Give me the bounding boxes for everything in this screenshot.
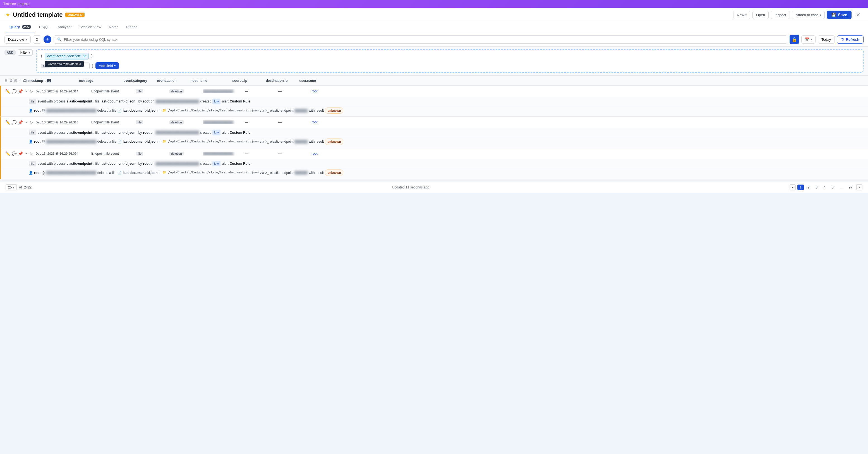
filter-chip-event-action[interactable]: event.action: "deletion" ✕ Convert to te…: [45, 53, 89, 59]
toolbar: Data view ▾ ⚙ + 🔍 🔒 📅 ▾ Today ↻ Refresh: [0, 32, 868, 47]
next-page-button[interactable]: ›: [856, 184, 862, 190]
col-header-message[interactable]: message: [79, 79, 124, 83]
lock-icon: 🔒: [792, 37, 797, 42]
add-field-chevron-icon: ▾: [114, 64, 116, 67]
sort-icon[interactable]: ↑: [19, 79, 21, 83]
close-paren-2: ): [92, 63, 93, 68]
add-field-button[interactable]: Add field ▾: [95, 62, 119, 69]
filter-chip-close-icon[interactable]: ✕: [83, 54, 86, 58]
row-actions-1: ✏️ 💬 📌 ⋯ ▷: [5, 89, 33, 94]
event-row-main-1: ✏️ 💬 📌 ⋯ ▷ Dec 13, 2023 @ 16:29:26.314 E…: [1, 86, 868, 97]
table-body: ✏️ 💬 📌 ⋯ ▷ Dec 13, 2023 @ 16:29:26.314 E…: [0, 86, 868, 179]
save-button[interactable]: 💾 Save: [827, 10, 851, 19]
new-chevron-icon: ▾: [745, 13, 747, 17]
pin-icon[interactable]: 📌: [18, 89, 23, 94]
footer: 25 ▾ of 2422 Updated 11 seconds ago ‹ 1 …: [0, 182, 868, 193]
event-row-detail-3: file event with process elastic-endpoint…: [1, 159, 868, 169]
row-actions-3: ✏️ 💬 📌 ⋯ ▷: [5, 151, 33, 156]
new-button[interactable]: New ▾: [733, 11, 750, 19]
page-3[interactable]: 3: [813, 185, 820, 190]
pin-icon[interactable]: 📌: [18, 151, 23, 156]
per-page-select[interactable]: 25 ▾: [6, 184, 17, 190]
more-actions-icon[interactable]: ⋯: [25, 120, 28, 124]
comment-icon[interactable]: 💬: [12, 89, 17, 94]
page-1[interactable]: 1: [797, 185, 804, 190]
expand-icon[interactable]: ▷: [30, 151, 33, 156]
column-controls: ⊞ ⚙ ⊟ ↑: [4, 79, 21, 83]
file-icon: 📄: [118, 139, 122, 144]
col-header-destination-ip[interactable]: destination.ip: [266, 79, 300, 83]
filter-top-row: ( event.action: "deletion" ✕ Convert to …: [41, 53, 93, 59]
cell-timestamp-3: Dec 13, 2023 @ 16:29:26.094: [35, 152, 91, 155]
cell-dest-ip-1: —: [278, 89, 312, 93]
date-picker-button[interactable]: 📅 ▾: [801, 35, 815, 43]
tab-notes[interactable]: Notes: [105, 22, 122, 32]
per-page-chevron-icon: ▾: [13, 186, 14, 189]
cell-message-2: Endpoint file event: [91, 120, 136, 124]
tab-query[interactable]: Query 2422: [6, 22, 35, 32]
expand-icon[interactable]: ▷: [30, 120, 33, 124]
cell-hostname-3: ██████████████: [203, 152, 245, 155]
lock-button[interactable]: 🔒: [789, 35, 799, 44]
col-header-timestamp[interactable]: @timestamp ↓ 1: [23, 79, 79, 83]
expand-columns-icon[interactable]: ⊞: [4, 79, 7, 83]
filter-button[interactable]: ⚙: [33, 35, 41, 43]
and-label: AND: [4, 50, 16, 55]
cell-hostname-2: ██████████████: [203, 120, 245, 124]
page-5[interactable]: 5: [830, 185, 836, 190]
page-2[interactable]: 2: [805, 185, 812, 190]
footer-status: Updated 11 seconds ago: [392, 185, 429, 189]
today-button[interactable]: Today: [818, 35, 835, 43]
table-row: ✏️ 💬 📌 ⋯ ▷ Dec 13, 2023 @ 16:29:26.094 E…: [0, 148, 868, 179]
tab-session-view[interactable]: Session View: [75, 22, 105, 32]
user-icon: 👤: [29, 108, 33, 113]
tab-esql[interactable]: ES|QL: [35, 22, 54, 32]
col-header-event-action[interactable]: event.action: [157, 79, 191, 83]
pin-icon[interactable]: 📌: [18, 120, 23, 124]
table-row: ✏️ 💬 📌 ⋯ ▷ Dec 13, 2023 @ 16:29:26.310 E…: [0, 117, 868, 148]
footer-left: 25 ▾ of 2422: [6, 184, 32, 190]
tab-pinned[interactable]: Pinned: [122, 22, 141, 32]
tab-analyzer[interactable]: Analyzer: [54, 22, 75, 32]
result-unknown-2: unknown: [325, 139, 343, 145]
more-actions-icon[interactable]: ⋯: [25, 89, 28, 94]
refresh-button[interactable]: ↻ Refresh: [837, 35, 864, 43]
cell-event-action-1: deletion: [169, 89, 203, 93]
expand-icon[interactable]: ▷: [30, 89, 33, 94]
edit-icon[interactable]: ✏️: [5, 151, 10, 156]
edit-icon[interactable]: ✏️: [5, 120, 10, 124]
data-view-button[interactable]: Data view ▾: [4, 35, 31, 43]
file-icon: 📄: [118, 170, 122, 176]
col-header-hostname[interactable]: host.name: [191, 79, 232, 83]
columns-icon[interactable]: ⊟: [14, 79, 17, 83]
filter-options-button[interactable]: Filter ▾: [18, 50, 33, 56]
prev-page-button[interactable]: ‹: [789, 184, 796, 190]
page-4[interactable]: 4: [822, 185, 828, 190]
settings-icon[interactable]: ⚙: [9, 79, 12, 83]
cell-event-category-3: file: [136, 152, 169, 155]
cell-source-ip-2: —: [245, 120, 278, 124]
table-row: ✏️ 💬 📌 ⋯ ▷ Dec 13, 2023 @ 16:29:26.314 E…: [0, 86, 868, 117]
open-paren: (: [41, 54, 42, 59]
calendar-icon: 📅: [805, 37, 809, 41]
col-header-source-ip[interactable]: source.ip: [232, 79, 266, 83]
comment-icon[interactable]: 💬: [12, 120, 17, 124]
add-filter-button[interactable]: +: [43, 35, 51, 43]
col-header-event-category[interactable]: event.category: [124, 79, 157, 83]
horizontal-scrollbar[interactable]: [0, 179, 868, 182]
inspect-button[interactable]: Inspect: [771, 11, 790, 19]
page-last[interactable]: 97: [846, 185, 855, 190]
favorite-star-icon[interactable]: ★: [6, 12, 10, 18]
table-header: ⊞ ⚙ ⊟ ↑ @timestamp ↓ 1 message event.cat…: [0, 75, 868, 86]
cell-source-ip-3: —: [245, 152, 278, 155]
comment-icon[interactable]: 💬: [12, 151, 17, 156]
file-icon: 📄: [118, 108, 122, 113]
col-header-username[interactable]: user.name: [300, 79, 322, 83]
attach-to-case-button[interactable]: Attach to case ▾: [792, 11, 825, 19]
close-button[interactable]: ✕: [854, 10, 862, 19]
search-input[interactable]: [64, 37, 784, 41]
tabs-bar: Query 2422 ES|QL Analyzer Session View N…: [0, 22, 868, 32]
edit-icon[interactable]: ✏️: [5, 89, 10, 94]
open-button[interactable]: Open: [752, 11, 769, 19]
more-actions-icon[interactable]: ⋯: [25, 151, 28, 156]
